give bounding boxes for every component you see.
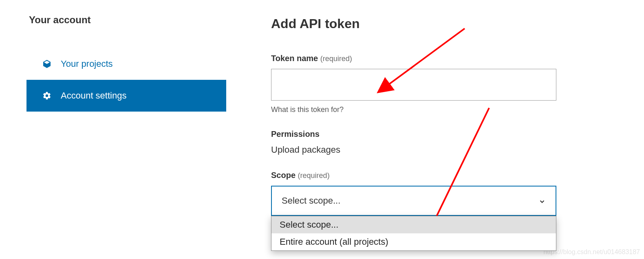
- permissions-section: Permissions Upload packages: [271, 130, 556, 155]
- sidebar: Your account Your projects Account setti…: [26, 14, 226, 216]
- scope-select-value: Select scope...: [282, 195, 340, 206]
- page-title: Add API token: [271, 16, 556, 31]
- watermark: https://blog.csdn.net/u014683187: [543, 248, 640, 256]
- required-indicator: (required): [298, 171, 330, 180]
- scope-select[interactable]: Select scope...: [271, 186, 556, 216]
- scope-option-placeholder[interactable]: Select scope...: [271, 216, 556, 233]
- token-name-help: What is this token for?: [271, 105, 556, 114]
- scope-option-entire-account[interactable]: Entire account (all projects): [271, 233, 556, 250]
- token-name-section: Token name (required) What is this token…: [271, 54, 556, 114]
- sidebar-item-label: Your projects: [61, 59, 113, 69]
- sidebar-title: Your account: [26, 14, 226, 26]
- sidebar-item-your-projects[interactable]: Your projects: [26, 48, 226, 80]
- token-name-label: Token name (required): [271, 54, 556, 63]
- chevron-down-icon: [538, 197, 546, 204]
- scope-section: Scope (required) Select scope... Select …: [271, 171, 556, 216]
- sidebar-item-label: Account settings: [61, 90, 126, 101]
- required-indicator: (required): [320, 55, 352, 63]
- box-icon: [42, 59, 52, 69]
- permissions-value: Upload packages: [271, 145, 556, 155]
- token-name-label-text: Token name: [271, 54, 318, 63]
- permissions-label: Permissions: [271, 130, 556, 139]
- gear-icon: [42, 91, 52, 101]
- main-content: Add API token Token name (required) What…: [271, 14, 556, 216]
- sidebar-item-account-settings[interactable]: Account settings: [26, 80, 226, 112]
- scope-dropdown: Select scope... Entire account (all proj…: [271, 216, 556, 251]
- scope-label-text: Scope: [271, 171, 296, 180]
- token-name-input[interactable]: [271, 69, 556, 101]
- scope-label: Scope (required): [271, 171, 556, 180]
